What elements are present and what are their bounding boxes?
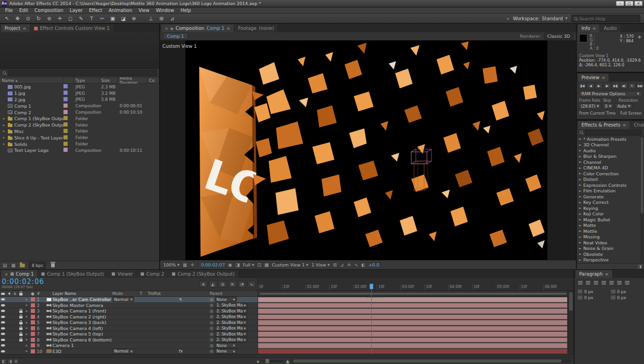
effects-category[interactable]: ► Matte — [577, 223, 644, 229]
motion-blur-icon[interactable]: ◔ — [238, 281, 246, 288]
eye-icon[interactable] — [1, 304, 5, 306]
effects-category[interactable]: ► Obsolete — [577, 251, 644, 257]
collapse-arrow-icon[interactable]: ► — [579, 258, 581, 262]
panel-menu-icon[interactable]: ≡ — [23, 26, 26, 31]
timeline-tab[interactable]: × Comp 1 (SkyBox Output) — [38, 270, 108, 278]
tab-effects-presets[interactable]: Effects & Presets≡ — [578, 121, 630, 129]
expander-icon[interactable]: ▸ — [24, 303, 29, 308]
layer-duration-bar[interactable] — [258, 320, 567, 326]
layer-row[interactable]: ▸ 4 SkyBox Camera 2 (right) ▼ ◎2. SkyBox… — [0, 314, 258, 320]
project-search-input[interactable] — [8, 70, 156, 76]
project-item-row[interactable]: 2.jpg JPEG 5.8 MB — [0, 97, 159, 103]
brush-tool[interactable]: ✏ — [97, 14, 107, 23]
interpret-footage-icon[interactable]: ▤ — [3, 263, 7, 268]
layer-name[interactable]: SkyBox Master Camera — [52, 303, 112, 308]
project-item-row[interactable]: Text Layer Logo Composition 0:00:10:11 — [0, 147, 159, 154]
parent-pickwhip-icon[interactable]: ◎ — [210, 314, 213, 319]
collapse-arrow-icon[interactable]: ► — [579, 218, 581, 221]
rotation-tool[interactable]: ↻ — [34, 14, 44, 23]
ram-preview-button[interactable]: ▶▶ — [637, 83, 644, 89]
help-search-box[interactable] — [571, 15, 640, 22]
layer-label-swatch[interactable] — [31, 326, 35, 330]
layer-switches[interactable] — [166, 314, 210, 320]
tab-info[interactable]: Info≡ — [578, 24, 599, 32]
flowchart-icon[interactable]: ∿ — [354, 262, 358, 267]
effects-category[interactable]: ► CINEMA 4D — [577, 165, 644, 171]
align-center-button[interactable] — [585, 280, 592, 286]
new-panel-icon[interactable]: ◨ — [638, 264, 642, 269]
eye-icon[interactable] — [1, 310, 5, 312]
eye-icon[interactable] — [1, 321, 5, 324]
timeline-columns-header[interactable]: ● # Layer Name Mode TTrkMat Parent — [0, 291, 258, 297]
lock-icon[interactable] — [19, 339, 23, 341]
parent-dropdown[interactable]: 2. SkyBox Ma▼ — [215, 314, 248, 319]
label-color-swatch[interactable] — [63, 129, 68, 133]
menu-item[interactable]: View — [135, 7, 153, 14]
parent-pickwhip-icon[interactable]: ◎ — [210, 309, 213, 313]
layer-row[interactable]: ▸ 5 SkyBox Camera 3 (back) ▼ ◎2. SkyBox … — [0, 320, 258, 326]
last-frame-button[interactable]: ▶▮ — [612, 83, 619, 89]
timeline-zoom-slider[interactable] — [262, 360, 283, 362]
unified-camera-tool[interactable]: ⊚ — [44, 14, 54, 23]
tab-character[interactable]: Character — [630, 121, 644, 129]
collapse-arrow-icon[interactable]: ► — [579, 212, 581, 216]
collapse-arrow-icon[interactable]: ► — [579, 189, 581, 193]
layer-switches[interactable] — [166, 343, 210, 348]
transparency-grid-icon[interactable]: ▩ — [264, 262, 269, 267]
current-timecode[interactable]: 0:00:02:06 — [2, 279, 44, 284]
layer-name[interactable]: SkyBox Camera 1 (front) — [52, 308, 112, 314]
layer-name[interactable]: SkyBox Camera 2 (right) — [52, 314, 112, 320]
collapse-arrow-icon[interactable]: ► — [579, 183, 581, 187]
grid-guides-icon[interactable]: ▦ — [183, 262, 187, 267]
label-color-swatch[interactable] — [63, 142, 68, 146]
collapse-arrow-icon[interactable]: ► — [579, 229, 581, 233]
label-color-swatch[interactable] — [63, 116, 68, 120]
layer-row[interactable]: ▸ 7 SkyBox Camera 5 (top) ▼ ◎2. SkyBox M… — [0, 331, 258, 337]
parent-pickwhip-icon[interactable]: ◎ — [210, 349, 213, 353]
timeline-tab[interactable]: × Comp 2 — [137, 270, 168, 278]
effects-category[interactable]: ► Koji Color — [577, 211, 644, 217]
layer-name[interactable]: E3D — [52, 349, 112, 354]
expander-icon[interactable]: ▸ — [24, 297, 29, 302]
delete-icon[interactable] — [51, 263, 55, 267]
menu-item[interactable]: Composition — [31, 7, 66, 14]
lock-icon[interactable] — [19, 334, 23, 336]
effects-category[interactable]: ► Key Correct — [577, 200, 644, 206]
skip-dropdown[interactable]: 0▼ — [603, 103, 614, 109]
expander-icon[interactable] — [2, 117, 6, 121]
timeline-tracks-area[interactable]: 0f10f01:00f10f02:00f10f03:00f10f04:00f10… — [258, 278, 574, 354]
parent-dropdown[interactable]: None▼ — [215, 349, 237, 354]
effects-category[interactable]: ► Generate — [577, 194, 644, 200]
effects-search-input[interactable] — [585, 130, 641, 135]
layer-row[interactable]: ▸ 3 SkyBox Camera 1 (front) ▼ ◎2. SkyBox… — [0, 308, 258, 314]
collapse-arrow-icon[interactable]: ► — [579, 149, 581, 152]
puppet-pin-tool[interactable]: ⊕ — [129, 14, 139, 23]
view-layout-dropdown[interactable]: 1 View▼ — [311, 262, 330, 267]
align-left-button[interactable] — [577, 280, 584, 286]
eye-icon[interactable] — [1, 333, 5, 335]
ram-preview-options-dropdown[interactable]: RAM Preview Options▼ — [579, 91, 642, 97]
tab-preview[interactable]: Preview≡ — [578, 74, 609, 81]
label-color-swatch[interactable] — [63, 110, 68, 114]
tab-composition[interactable]: × ▪ Composition Comp 1 ≡ — [161, 24, 234, 32]
collapse-arrow-icon[interactable]: ► — [579, 241, 581, 244]
layer-row[interactable]: ▸ 10 E3D Normal▼ fx ◎None▼ — [0, 349, 258, 355]
layer-duration-bar[interactable] — [258, 308, 567, 314]
indent-field[interactable]: 0 px — [578, 295, 608, 300]
loop-button[interactable]: ↻ — [628, 83, 636, 89]
expander-icon[interactable]: ▸ — [24, 314, 29, 320]
pan-behind-tool[interactable]: ✛ — [55, 14, 65, 23]
indent-value[interactable]: 0 px — [584, 295, 593, 300]
draft-3d-icon[interactable]: ◭ — [209, 281, 217, 288]
effects-category[interactable]: ► Channel — [577, 159, 644, 165]
layer-duration-bar[interactable] — [258, 297, 567, 303]
indent-value[interactable]: 0 px — [584, 289, 593, 294]
layer-duration-bar[interactable] — [258, 343, 567, 349]
composition-viewport[interactable]: LO — [160, 40, 576, 260]
layer-switches[interactable]: fx — [166, 349, 210, 354]
layer-label-swatch[interactable] — [31, 303, 35, 307]
resolution-dropdown[interactable]: Auto▼ — [615, 103, 632, 109]
time-ruler[interactable]: 0f10f01:00f10f02:00f10f03:00f10f04:00f10… — [258, 278, 574, 291]
label-color-swatch[interactable] — [63, 84, 68, 88]
layer-label-swatch[interactable] — [31, 297, 35, 301]
